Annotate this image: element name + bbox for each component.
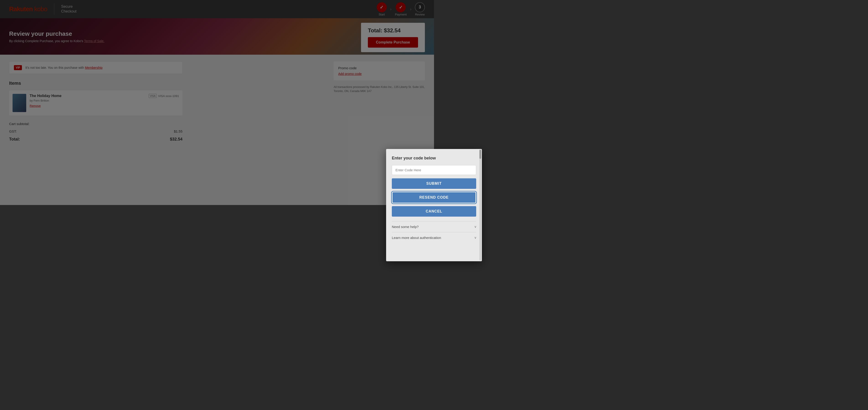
- submit-button[interactable]: SUBMIT: [392, 178, 434, 189]
- modal-overlay[interactable]: Enter your code below SUBMIT RESEND CODE…: [0, 0, 434, 205]
- resend-code-button[interactable]: RESEND CODE: [392, 192, 434, 203]
- modal-content: Enter your code below SUBMIT RESEND CODE…: [386, 149, 434, 205]
- code-input[interactable]: [392, 165, 434, 175]
- auth-modal: Enter your code below SUBMIT RESEND CODE…: [386, 149, 434, 205]
- modal-title: Enter your code below: [392, 156, 434, 161]
